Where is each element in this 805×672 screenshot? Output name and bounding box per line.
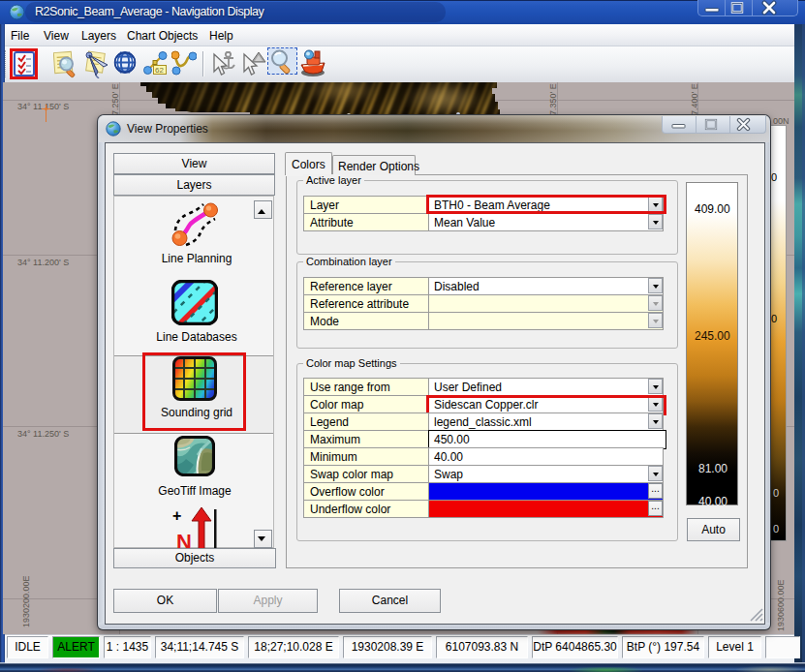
svg-text:62: 62: [155, 66, 164, 75]
svg-text:+: +: [172, 507, 181, 524]
svg-text:N: N: [176, 530, 192, 550]
